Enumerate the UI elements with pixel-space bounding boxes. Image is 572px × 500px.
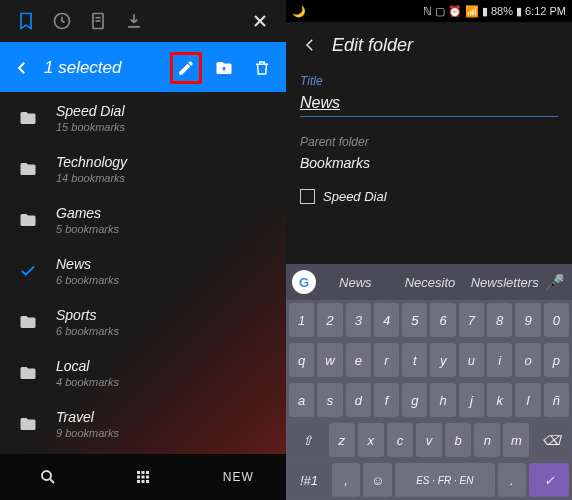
period-key[interactable]: . xyxy=(498,463,527,497)
key-row-2: qwertyuiop xyxy=(286,340,572,380)
key[interactable]: 1 xyxy=(289,303,314,337)
title-input[interactable] xyxy=(300,90,558,117)
key[interactable]: ñ xyxy=(544,383,569,417)
key[interactable]: a xyxy=(289,383,314,417)
key[interactable]: s xyxy=(317,383,342,417)
key[interactable]: u xyxy=(459,343,484,377)
key[interactable]: 4 xyxy=(374,303,399,337)
symbols-key[interactable]: !#1 xyxy=(289,463,329,497)
page-title: Edit folder xyxy=(332,35,413,56)
list-item[interactable]: Local4 bookmarks xyxy=(0,347,286,398)
list-item[interactable]: Travel9 bookmarks xyxy=(0,398,286,449)
mic-icon[interactable]: 🎤 xyxy=(544,273,566,292)
edit-button[interactable] xyxy=(170,52,202,84)
svg-rect-8 xyxy=(137,471,140,474)
key[interactable]: z xyxy=(329,423,355,457)
svg-point-6 xyxy=(42,471,51,480)
key[interactable]: 8 xyxy=(487,303,512,337)
key[interactable]: p xyxy=(544,343,569,377)
suggestion[interactable]: News xyxy=(320,275,391,290)
key[interactable]: r xyxy=(374,343,399,377)
key[interactable]: c xyxy=(387,423,413,457)
done-key[interactable]: ✓ xyxy=(529,463,569,497)
list-item[interactable]: Sports6 bookmarks xyxy=(0,296,286,347)
folder-name: Games xyxy=(56,205,119,221)
backspace-key[interactable]: ⌫ xyxy=(532,423,569,457)
folder-name: Sports xyxy=(56,307,119,323)
move-button[interactable] xyxy=(208,52,240,84)
new-button[interactable]: NEW xyxy=(191,454,286,500)
folder-name: Local xyxy=(56,358,119,374)
key[interactable]: l xyxy=(515,383,540,417)
checkbox-label: Speed Dial xyxy=(323,189,387,204)
folder-list: Speed Dial15 bookmarks Technology14 book… xyxy=(0,92,286,449)
key[interactable]: q xyxy=(289,343,314,377)
key[interactable]: 0 xyxy=(544,303,569,337)
key[interactable]: 6 xyxy=(430,303,455,337)
speed-dial-checkbox-row[interactable]: Speed Dial xyxy=(300,189,558,204)
svg-rect-10 xyxy=(146,471,149,474)
suggestion[interactable]: Necesito xyxy=(395,275,466,290)
key[interactable]: 2 xyxy=(317,303,342,337)
key[interactable]: v xyxy=(416,423,442,457)
list-item[interactable]: Technology14 bookmarks xyxy=(0,143,286,194)
key[interactable]: 3 xyxy=(346,303,371,337)
key[interactable]: f xyxy=(374,383,399,417)
list-item[interactable]: Games5 bookmarks xyxy=(0,194,286,245)
folder-count: 4 bookmarks xyxy=(56,376,119,388)
key[interactable]: e xyxy=(346,343,371,377)
delete-button[interactable] xyxy=(246,52,278,84)
list-item[interactable]: News6 bookmarks xyxy=(0,245,286,296)
nfc-icon: ℕ xyxy=(423,5,432,18)
edit-form: Title Parent folder Bookmarks Speed Dial xyxy=(286,68,572,210)
folder-icon xyxy=(14,104,42,132)
key[interactable]: d xyxy=(346,383,371,417)
shift-key[interactable]: ⇧ xyxy=(289,423,326,457)
space-key[interactable]: ES · FR · EN xyxy=(395,463,495,497)
key[interactable]: j xyxy=(459,383,484,417)
folder-count: 6 bookmarks xyxy=(56,274,119,286)
key[interactable]: 5 xyxy=(402,303,427,337)
edit-folder-pane: 🌙 ℕ ▢ ⏰ 📶 ▮ 88% ▮ 6:12 PM Edit folder Ti… xyxy=(286,0,572,500)
key[interactable]: g xyxy=(402,383,427,417)
history-tab[interactable] xyxy=(44,3,80,39)
saved-pages-tab[interactable] xyxy=(80,3,116,39)
key[interactable]: 7 xyxy=(459,303,484,337)
bottom-bar: NEW xyxy=(0,454,286,500)
keyboard: G News Necesito Newsletters 🎤 1234567890… xyxy=(286,264,572,500)
key[interactable]: o xyxy=(515,343,540,377)
key[interactable]: m xyxy=(503,423,529,457)
key[interactable]: h xyxy=(430,383,455,417)
key[interactable]: 9 xyxy=(515,303,540,337)
key[interactable]: y xyxy=(430,343,455,377)
back-button[interactable] xyxy=(294,29,326,61)
search-button[interactable] xyxy=(0,454,95,500)
moon-icon: 🌙 xyxy=(292,5,306,18)
key-row-4: ⇧ zxcvbnm ⌫ xyxy=(286,420,572,460)
key[interactable]: k xyxy=(487,383,512,417)
back-button[interactable] xyxy=(8,54,36,82)
parent-value[interactable]: Bookmarks xyxy=(300,155,558,171)
emoji-key[interactable]: ☺ xyxy=(363,463,392,497)
key[interactable]: w xyxy=(317,343,342,377)
grid-button[interactable] xyxy=(95,454,190,500)
bookmarks-tab[interactable] xyxy=(8,3,44,39)
folder-count: 14 bookmarks xyxy=(56,172,127,184)
comma-key[interactable]: , xyxy=(332,463,361,497)
key[interactable]: t xyxy=(402,343,427,377)
close-button[interactable] xyxy=(242,3,278,39)
list-item[interactable]: Speed Dial15 bookmarks xyxy=(0,92,286,143)
google-icon[interactable]: G xyxy=(292,270,316,294)
key[interactable]: n xyxy=(474,423,500,457)
key[interactable]: b xyxy=(445,423,471,457)
checkbox-icon[interactable] xyxy=(300,189,315,204)
top-tabs xyxy=(0,0,286,44)
suggestion[interactable]: Newsletters xyxy=(469,275,540,290)
parent-label: Parent folder xyxy=(300,135,558,149)
key[interactable]: x xyxy=(358,423,384,457)
folder-icon xyxy=(14,308,42,336)
folder-icon xyxy=(14,155,42,183)
key[interactable]: i xyxy=(487,343,512,377)
downloads-tab[interactable] xyxy=(116,3,152,39)
clock: 6:12 PM xyxy=(525,5,566,17)
